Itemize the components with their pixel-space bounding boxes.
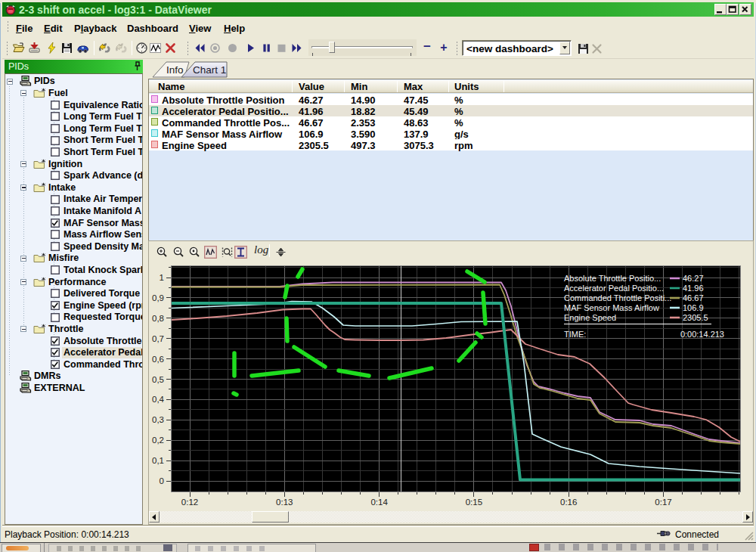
svg-text:0,4: 0,4 (152, 395, 165, 404)
svg-text:MAF Sensor Mass Airflow: MAF Sensor Mass Airflow (564, 303, 659, 312)
svg-text:1: 1 (160, 273, 164, 282)
svg-text:TIME:: TIME: (564, 330, 586, 339)
svg-text:0:12: 0:12 (181, 498, 198, 507)
svg-text:Absolute Throttle Positio...: Absolute Throttle Positio... (564, 274, 661, 283)
svg-text:46.27: 46.27 (683, 274, 704, 283)
svg-text:0,5: 0,5 (152, 375, 164, 384)
svg-text:0,7: 0,7 (152, 334, 164, 343)
svg-text:0: 0 (160, 476, 164, 485)
svg-text:2305.5: 2305.5 (683, 313, 708, 322)
svg-text:46.67: 46.67 (683, 293, 704, 302)
svg-text:0,3: 0,3 (152, 415, 164, 424)
svg-text:0:14: 0:14 (370, 498, 388, 507)
svg-text:Accelerator Pedal Positio...: Accelerator Pedal Positio... (564, 284, 664, 293)
svg-text:0:17: 0:17 (655, 498, 671, 507)
svg-text:0,1: 0,1 (152, 456, 164, 465)
svg-text:0:00:14.213: 0:00:14.213 (680, 330, 724, 339)
svg-text:0,2: 0,2 (152, 436, 164, 445)
svg-text:0:13: 0:13 (276, 498, 293, 507)
svg-text:0:16: 0:16 (560, 498, 577, 507)
svg-text:0,6: 0,6 (152, 355, 164, 364)
svg-text:Engine Speed: Engine Speed (564, 313, 616, 322)
svg-text:106.9: 106.9 (683, 303, 704, 312)
svg-text:41.96: 41.96 (683, 284, 704, 293)
svg-text:0,9: 0,9 (152, 293, 164, 302)
svg-text:Commanded Throttle Positi...: Commanded Throttle Positi... (564, 293, 671, 302)
svg-text:0,8: 0,8 (152, 314, 164, 323)
svg-text:0:15: 0:15 (466, 498, 482, 507)
